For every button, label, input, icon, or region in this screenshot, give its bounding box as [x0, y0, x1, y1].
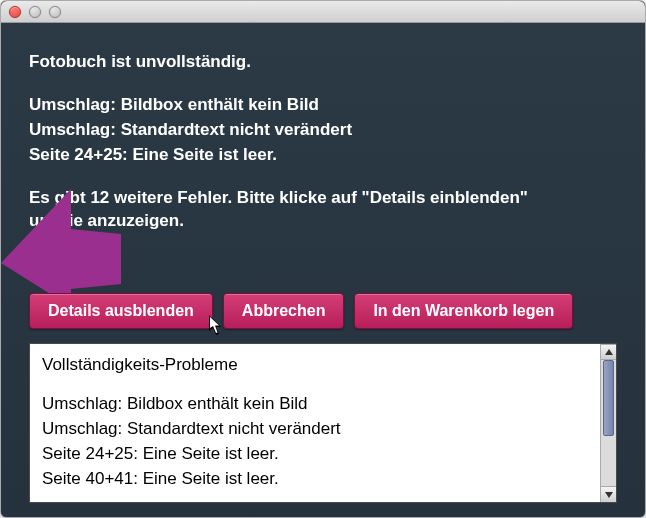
- scroll-trough[interactable]: [601, 360, 616, 486]
- zoom-icon[interactable]: [49, 6, 61, 18]
- summary-lines: Umschlag: Bildbox enthält kein Bild Umsc…: [29, 94, 617, 167]
- details-panel: Vollständigkeits-Probleme Umschlag: Bild…: [29, 343, 617, 503]
- summary-line: Umschlag: Bildbox enthält kein Bild: [29, 94, 617, 117]
- details-title: Vollständigkeits-Probleme: [42, 354, 588, 377]
- button-row: Details ausblenden Abbrechen In den Ware…: [29, 293, 617, 329]
- dialog-heading: Fotobuch ist unvollständig.: [29, 51, 617, 74]
- details-line: Seite 24+25: Eine Seite ist leer.: [42, 443, 588, 466]
- summary-line: Seite 24+25: Eine Seite ist leer.: [29, 144, 617, 167]
- summary-line: Umschlag: Standardtext nicht verändert: [29, 119, 617, 142]
- close-icon[interactable]: [9, 6, 21, 18]
- minimize-icon[interactable]: [29, 6, 41, 18]
- cancel-button[interactable]: Abbrechen: [223, 293, 345, 329]
- toggle-details-button[interactable]: Details ausblenden: [29, 293, 213, 329]
- details-body: Vollständigkeits-Probleme Umschlag: Bild…: [30, 344, 600, 502]
- window-titlebar: [1, 1, 645, 23]
- details-scrollbar[interactable]: [600, 344, 616, 502]
- more-errors-text: Es gibt 12 weitere Fehler. Bitte klicke …: [29, 187, 549, 233]
- svg-marker-1: [605, 349, 613, 355]
- details-line: Umschlag: Bildbox enthält kein Bild: [42, 393, 588, 416]
- scroll-thumb[interactable]: [603, 360, 614, 436]
- add-to-cart-button[interactable]: In den Warenkorb legen: [354, 293, 573, 329]
- details-line: Seite 40+41: Eine Seite ist leer.: [42, 468, 588, 491]
- scroll-up-icon[interactable]: [601, 344, 616, 360]
- svg-marker-2: [605, 492, 613, 498]
- scroll-down-icon[interactable]: [601, 486, 616, 502]
- dialog-content: Fotobuch ist unvollständig. Umschlag: Bi…: [29, 51, 617, 251]
- details-line: Umschlag: Standardtext nicht verändert: [42, 418, 588, 441]
- dialog-window: Fotobuch ist unvollständig. Umschlag: Bi…: [0, 0, 646, 518]
